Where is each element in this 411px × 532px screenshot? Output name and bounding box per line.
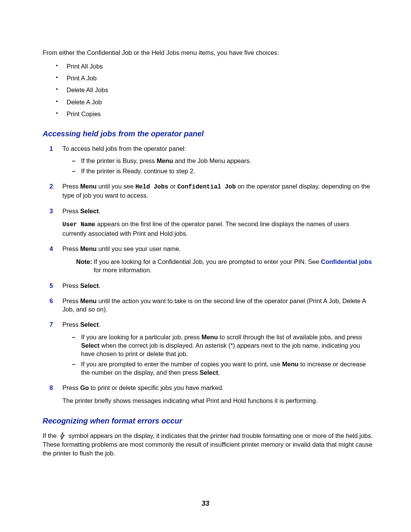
step-text: To access held jobs from the operator pa… — [62, 145, 186, 152]
heading-errors: Recognizing when format errors occur — [43, 416, 373, 426]
step-6: Press Menu until the action you want to … — [49, 297, 373, 314]
list-item: Delete All Jobs — [56, 86, 373, 94]
step-3-followup: User Name appears on the first line of t… — [62, 220, 373, 238]
step-text: Press Menu until the action you want to … — [62, 297, 366, 313]
list-item: Print Copies — [56, 110, 373, 118]
list-item: Delete A Job — [56, 98, 373, 106]
page-content: From either the Confidential Job or the … — [0, 0, 411, 457]
errors-paragraph: If the symbol appears on the display, it… — [43, 431, 373, 457]
list-item: If the printer is Busy, press Menu and t… — [72, 157, 373, 165]
step-4: Press Menu until you see your user name.… — [49, 244, 373, 275]
step-1: To access held jobs from the operator pa… — [49, 144, 373, 175]
step-5: Press Select. — [49, 281, 373, 290]
choices-list: Print All Jobs Print A Job Delete All Jo… — [56, 62, 373, 118]
list-item: If you are looking for a particular job,… — [72, 333, 373, 358]
step-7: Press Select. If you are looking for a p… — [49, 320, 373, 377]
heading-accessing: Accessing held jobs from the operator pa… — [43, 129, 373, 139]
errors-pre: If the — [43, 432, 58, 439]
lightning-icon — [59, 432, 66, 440]
steps-list: To access held jobs from the operator pa… — [49, 144, 373, 405]
step-text: Press Go to print or delete specific job… — [62, 384, 224, 391]
list-item: Print A Job — [56, 74, 373, 82]
step-text: Press Select. — [62, 321, 100, 328]
note-label: Note: — [76, 257, 92, 275]
list-item: If you are prompted to enter the number … — [72, 360, 373, 377]
step-8-followup: The printer briefly shows messages indic… — [62, 396, 373, 405]
page-number: 33 — [0, 500, 411, 508]
list-item: Print All Jobs — [56, 62, 373, 70]
list-item: If the printer is Ready, continue to ste… — [72, 167, 373, 175]
step-text: Press Menu until you see Held Jobs or Co… — [62, 183, 370, 199]
intro-paragraph: From either the Confidential Job or the … — [43, 48, 373, 57]
step-8: Press Go to print or delete specific job… — [49, 383, 373, 405]
step-text: Press Menu until you see your user name. — [62, 245, 181, 252]
note-block: Note: If you are looking for a Confident… — [75, 257, 373, 275]
step-text: Press Select. — [62, 208, 100, 214]
step-7-sublist: If you are looking for a particular job,… — [72, 333, 373, 377]
note-text: If you are looking for a Confidential Jo… — [94, 257, 373, 275]
step-3: Press Select. User Name appears on the f… — [49, 207, 373, 238]
step-1-sublist: If the printer is Busy, press Menu and t… — [72, 157, 373, 175]
errors-post: symbol appears on the display, it indica… — [43, 432, 373, 457]
step-text: Press Select. — [62, 282, 100, 289]
step-2: Press Menu until you see Held Jobs or Co… — [49, 182, 373, 200]
